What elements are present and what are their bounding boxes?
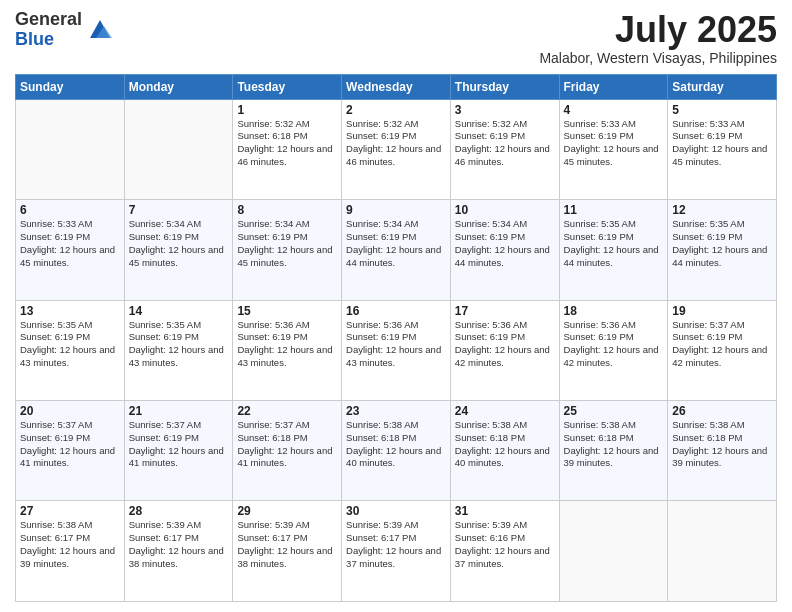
col-tuesday: Tuesday xyxy=(233,74,342,99)
day-info: Sunrise: 5:35 AMSunset: 6:19 PMDaylight:… xyxy=(129,319,229,370)
cell-2-5: 18Sunrise: 5:36 AMSunset: 6:19 PMDayligh… xyxy=(559,300,668,400)
cell-3-6: 26Sunrise: 5:38 AMSunset: 6:18 PMDayligh… xyxy=(668,401,777,501)
day-info: Sunrise: 5:38 AMSunset: 6:18 PMDaylight:… xyxy=(672,419,772,470)
day-info: Sunrise: 5:33 AMSunset: 6:19 PMDaylight:… xyxy=(564,118,664,169)
day-number: 8 xyxy=(237,203,337,217)
day-number: 30 xyxy=(346,504,446,518)
cell-2-4: 17Sunrise: 5:36 AMSunset: 6:19 PMDayligh… xyxy=(450,300,559,400)
logo-general: General xyxy=(15,10,82,30)
cell-0-2: 1Sunrise: 5:32 AMSunset: 6:18 PMDaylight… xyxy=(233,99,342,199)
day-number: 4 xyxy=(564,103,664,117)
day-info: Sunrise: 5:34 AMSunset: 6:19 PMDaylight:… xyxy=(129,218,229,269)
calendar-table: Sunday Monday Tuesday Wednesday Thursday… xyxy=(15,74,777,602)
day-number: 14 xyxy=(129,304,229,318)
day-info: Sunrise: 5:39 AMSunset: 6:17 PMDaylight:… xyxy=(346,519,446,570)
day-info: Sunrise: 5:34 AMSunset: 6:19 PMDaylight:… xyxy=(346,218,446,269)
day-info: Sunrise: 5:38 AMSunset: 6:18 PMDaylight:… xyxy=(346,419,446,470)
day-number: 16 xyxy=(346,304,446,318)
cell-1-2: 8Sunrise: 5:34 AMSunset: 6:19 PMDaylight… xyxy=(233,200,342,300)
cell-1-6: 12Sunrise: 5:35 AMSunset: 6:19 PMDayligh… xyxy=(668,200,777,300)
logo-text: General Blue xyxy=(15,10,82,50)
day-number: 31 xyxy=(455,504,555,518)
day-info: Sunrise: 5:39 AMSunset: 6:17 PMDaylight:… xyxy=(129,519,229,570)
day-number: 5 xyxy=(672,103,772,117)
day-number: 28 xyxy=(129,504,229,518)
day-info: Sunrise: 5:36 AMSunset: 6:19 PMDaylight:… xyxy=(564,319,664,370)
day-number: 23 xyxy=(346,404,446,418)
cell-4-1: 28Sunrise: 5:39 AMSunset: 6:17 PMDayligh… xyxy=(124,501,233,602)
cell-0-6: 5Sunrise: 5:33 AMSunset: 6:19 PMDaylight… xyxy=(668,99,777,199)
day-info: Sunrise: 5:38 AMSunset: 6:18 PMDaylight:… xyxy=(564,419,664,470)
cell-4-0: 27Sunrise: 5:38 AMSunset: 6:17 PMDayligh… xyxy=(16,501,125,602)
day-info: Sunrise: 5:32 AMSunset: 6:19 PMDaylight:… xyxy=(346,118,446,169)
day-number: 11 xyxy=(564,203,664,217)
day-number: 13 xyxy=(20,304,120,318)
day-info: Sunrise: 5:37 AMSunset: 6:19 PMDaylight:… xyxy=(672,319,772,370)
day-number: 1 xyxy=(237,103,337,117)
day-number: 29 xyxy=(237,504,337,518)
day-info: Sunrise: 5:38 AMSunset: 6:18 PMDaylight:… xyxy=(455,419,555,470)
day-number: 18 xyxy=(564,304,664,318)
cell-2-2: 15Sunrise: 5:36 AMSunset: 6:19 PMDayligh… xyxy=(233,300,342,400)
day-info: Sunrise: 5:37 AMSunset: 6:18 PMDaylight:… xyxy=(237,419,337,470)
day-number: 24 xyxy=(455,404,555,418)
cell-1-5: 11Sunrise: 5:35 AMSunset: 6:19 PMDayligh… xyxy=(559,200,668,300)
subtitle: Malabor, Western Visayas, Philippines xyxy=(539,50,777,66)
cell-3-5: 25Sunrise: 5:38 AMSunset: 6:18 PMDayligh… xyxy=(559,401,668,501)
day-number: 20 xyxy=(20,404,120,418)
cell-4-3: 30Sunrise: 5:39 AMSunset: 6:17 PMDayligh… xyxy=(342,501,451,602)
week-row-3: 13Sunrise: 5:35 AMSunset: 6:19 PMDayligh… xyxy=(16,300,777,400)
cell-3-4: 24Sunrise: 5:38 AMSunset: 6:18 PMDayligh… xyxy=(450,401,559,501)
col-saturday: Saturday xyxy=(668,74,777,99)
cell-3-2: 22Sunrise: 5:37 AMSunset: 6:18 PMDayligh… xyxy=(233,401,342,501)
cell-4-4: 31Sunrise: 5:39 AMSunset: 6:16 PMDayligh… xyxy=(450,501,559,602)
header: General Blue July 2025 Malabor, Western … xyxy=(15,10,777,66)
day-number: 12 xyxy=(672,203,772,217)
cell-2-3: 16Sunrise: 5:36 AMSunset: 6:19 PMDayligh… xyxy=(342,300,451,400)
day-number: 7 xyxy=(129,203,229,217)
cell-1-1: 7Sunrise: 5:34 AMSunset: 6:19 PMDaylight… xyxy=(124,200,233,300)
day-number: 15 xyxy=(237,304,337,318)
day-number: 27 xyxy=(20,504,120,518)
col-wednesday: Wednesday xyxy=(342,74,451,99)
day-number: 21 xyxy=(129,404,229,418)
day-info: Sunrise: 5:32 AMSunset: 6:19 PMDaylight:… xyxy=(455,118,555,169)
day-info: Sunrise: 5:32 AMSunset: 6:18 PMDaylight:… xyxy=(237,118,337,169)
day-number: 6 xyxy=(20,203,120,217)
cell-0-0 xyxy=(16,99,125,199)
day-info: Sunrise: 5:35 AMSunset: 6:19 PMDaylight:… xyxy=(20,319,120,370)
cell-0-3: 2Sunrise: 5:32 AMSunset: 6:19 PMDaylight… xyxy=(342,99,451,199)
day-info: Sunrise: 5:37 AMSunset: 6:19 PMDaylight:… xyxy=(20,419,120,470)
week-row-5: 27Sunrise: 5:38 AMSunset: 6:17 PMDayligh… xyxy=(16,501,777,602)
day-number: 19 xyxy=(672,304,772,318)
day-info: Sunrise: 5:36 AMSunset: 6:19 PMDaylight:… xyxy=(237,319,337,370)
day-info: Sunrise: 5:34 AMSunset: 6:19 PMDaylight:… xyxy=(237,218,337,269)
logo: General Blue xyxy=(15,10,114,50)
day-number: 25 xyxy=(564,404,664,418)
day-info: Sunrise: 5:35 AMSunset: 6:19 PMDaylight:… xyxy=(564,218,664,269)
cell-1-0: 6Sunrise: 5:33 AMSunset: 6:19 PMDaylight… xyxy=(16,200,125,300)
day-number: 3 xyxy=(455,103,555,117)
cell-3-1: 21Sunrise: 5:37 AMSunset: 6:19 PMDayligh… xyxy=(124,401,233,501)
col-friday: Friday xyxy=(559,74,668,99)
day-number: 2 xyxy=(346,103,446,117)
week-row-4: 20Sunrise: 5:37 AMSunset: 6:19 PMDayligh… xyxy=(16,401,777,501)
col-thursday: Thursday xyxy=(450,74,559,99)
day-number: 10 xyxy=(455,203,555,217)
header-row: Sunday Monday Tuesday Wednesday Thursday… xyxy=(16,74,777,99)
cell-4-6 xyxy=(668,501,777,602)
day-info: Sunrise: 5:39 AMSunset: 6:17 PMDaylight:… xyxy=(237,519,337,570)
col-monday: Monday xyxy=(124,74,233,99)
cell-4-2: 29Sunrise: 5:39 AMSunset: 6:17 PMDayligh… xyxy=(233,501,342,602)
day-info: Sunrise: 5:38 AMSunset: 6:17 PMDaylight:… xyxy=(20,519,120,570)
cell-4-5 xyxy=(559,501,668,602)
calendar-header: Sunday Monday Tuesday Wednesday Thursday… xyxy=(16,74,777,99)
day-number: 22 xyxy=(237,404,337,418)
page: General Blue July 2025 Malabor, Western … xyxy=(0,0,792,612)
main-title: July 2025 xyxy=(539,10,777,50)
logo-blue: Blue xyxy=(15,30,82,50)
cell-0-4: 3Sunrise: 5:32 AMSunset: 6:19 PMDaylight… xyxy=(450,99,559,199)
day-number: 26 xyxy=(672,404,772,418)
cell-2-1: 14Sunrise: 5:35 AMSunset: 6:19 PMDayligh… xyxy=(124,300,233,400)
logo-icon xyxy=(86,16,114,44)
